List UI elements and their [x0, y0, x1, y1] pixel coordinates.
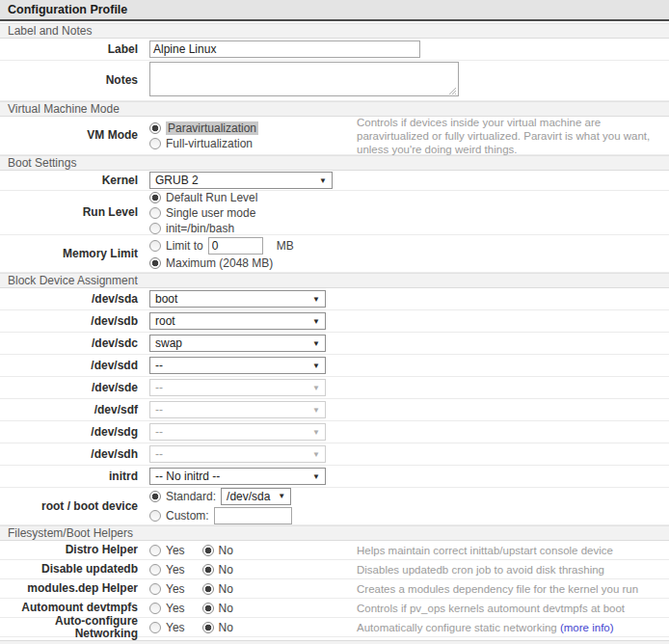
root-device-custom-label[interactable]: Custom:: [166, 509, 209, 523]
dev-sdh-select: -- ▼: [149, 445, 326, 463]
kernel-label: Kernel: [0, 174, 145, 187]
root-device-standard-radio[interactable]: [149, 491, 161, 502]
distro-helper-yes-label[interactable]: Yes: [166, 544, 185, 557]
run-level-default-label[interactable]: Default Run Level: [166, 191, 257, 204]
dev-sda-label: /dev/sda: [0, 293, 145, 306]
paravirtualization-option-label[interactable]: Paravirtualization: [166, 121, 258, 135]
dev-sda-select[interactable]: boot ▼: [149, 290, 326, 308]
chevron-down-icon: ▼: [312, 362, 320, 370]
root-boot-device-label: root / boot device: [0, 500, 145, 513]
automount-devtmpfs-yes-radio[interactable]: [149, 603, 161, 614]
auto-configure-networking-no-label[interactable]: No: [219, 621, 233, 634]
dev-sdd-label: /dev/sdd: [0, 360, 145, 372]
modules-dep-yes-radio[interactable]: [149, 583, 161, 595]
run-level-single-user-label[interactable]: Single user mode: [166, 206, 255, 220]
memory-limit-to-label[interactable]: Limit to: [166, 239, 203, 253]
auto-configure-networking-label: Auto-configure Networking: [0, 615, 145, 640]
dev-sdc-label: /dev/sdc: [0, 337, 145, 350]
distro-helper-no-radio[interactable]: [202, 545, 214, 556]
chevron-down-icon: ▼: [312, 406, 320, 415]
notes-textarea[interactable]: [149, 62, 459, 96]
dev-sdb-row: /dev/sdb root ▼: [0, 310, 669, 333]
chevron-down-icon: ▼: [312, 317, 320, 326]
dev-sdc-row: /dev/sdc swap ▼: [0, 333, 669, 355]
dev-sdg-label: /dev/sdg: [0, 426, 145, 439]
disable-updatedb-help-text: Disables updatedb cron job to avoid disk…: [357, 563, 669, 577]
chevron-down-icon: ▼: [319, 176, 327, 185]
paravirtualization-radio[interactable]: [149, 122, 161, 134]
more-info-link[interactable]: (more info): [560, 622, 614, 633]
kernel-select[interactable]: GRUB 2 ▼: [149, 172, 333, 189]
dev-sdb-label: /dev/sdb: [0, 315, 145, 328]
disable-updatedb-row: Disable updatedb Yes No Disables updated…: [0, 560, 669, 579]
automount-devtmpfs-no-radio[interactable]: [202, 603, 214, 614]
chevron-down-icon: ▼: [312, 295, 320, 304]
auto-configure-networking-no-radio[interactable]: [202, 622, 214, 633]
dev-sdd-select[interactable]: -- ▼: [149, 357, 326, 374]
memory-maximum-label[interactable]: Maximum (2048 MB): [166, 256, 273, 270]
next-section-strip: [0, 640, 669, 644]
dev-sdc-select[interactable]: swap ▼: [149, 335, 326, 352]
section-label-and-notes: Label and Notes: [0, 23, 669, 39]
root-device-standard-value: /dev/sda: [227, 490, 270, 503]
chevron-down-icon: ▼: [312, 384, 320, 392]
label-field-label: Label: [0, 43, 145, 56]
root-device-standard-select[interactable]: /dev/sda ▼: [221, 488, 291, 505]
disable-updatedb-no-label[interactable]: No: [219, 563, 233, 577]
dev-sdf-select-value: --: [155, 403, 163, 416]
run-level-default-radio[interactable]: [149, 192, 161, 203]
dev-sdh-select-value: --: [155, 447, 163, 461]
automount-devtmpfs-no-label[interactable]: No: [219, 602, 233, 615]
auto-configure-networking-yes-radio[interactable]: [149, 622, 161, 633]
run-level-init-bash-label[interactable]: init=/bin/bash: [166, 222, 234, 235]
dev-sdf-row: /dev/sdf -- ▼: [0, 399, 669, 421]
distro-helper-yes-radio[interactable]: [149, 545, 161, 556]
dev-sdb-select[interactable]: root ▼: [149, 312, 326, 330]
dev-sdd-row: /dev/sdd -- ▼: [0, 355, 669, 377]
auto-configure-networking-row: Auto-configure Networking Yes No Automat…: [0, 618, 669, 637]
root-device-custom-radio[interactable]: [149, 510, 161, 522]
page-title: Configuration Profile: [0, 0, 669, 21]
memory-maximum-radio[interactable]: [149, 257, 161, 269]
disable-updatedb-yes-label[interactable]: Yes: [166, 563, 185, 577]
chevron-down-icon: ▼: [312, 450, 320, 459]
full-virtualization-option-label[interactable]: Full-virtualization: [166, 137, 253, 150]
dev-sde-select-value: --: [155, 381, 163, 394]
run-level-label: Run Level: [0, 206, 145, 219]
section-filesystem-boot-helpers: Filesystem/Boot Helpers: [0, 525, 669, 541]
modules-dep-yes-label[interactable]: Yes: [166, 582, 185, 596]
full-virtualization-radio[interactable]: [149, 138, 161, 149]
initrd-row: initrd -- No initrd -- ▼: [0, 466, 669, 488]
section-boot-settings: Boot Settings: [0, 155, 669, 171]
initrd-select-value: -- No initrd --: [155, 470, 220, 483]
notes-row: Notes: [0, 61, 669, 101]
distro-helper-label: Distro Helper: [0, 544, 145, 556]
chevron-down-icon: ▼: [312, 472, 320, 481]
dev-sdc-select-value: swap: [155, 336, 182, 350]
disable-updatedb-no-radio[interactable]: [202, 564, 214, 576]
memory-limit-to-radio[interactable]: [149, 240, 161, 252]
modules-dep-no-label[interactable]: No: [219, 582, 233, 596]
modules-dep-no-radio[interactable]: [202, 583, 214, 595]
dev-sde-label: /dev/sde: [0, 382, 145, 394]
root-boot-device-row: root / boot device Standard: /dev/sda ▼ …: [0, 488, 669, 525]
memory-limit-input[interactable]: [208, 237, 263, 255]
root-device-custom-input[interactable]: [214, 507, 292, 524]
disable-updatedb-yes-radio[interactable]: [149, 564, 161, 576]
run-level-single-user-radio[interactable]: [149, 207, 161, 219]
modules-dep-help-text: Creates a modules dependency file for th…: [357, 582, 669, 596]
vm-mode-row: VM Mode Paravirtualization Full-virtuali…: [0, 117, 669, 155]
vm-mode-label: VM Mode: [0, 129, 145, 142]
run-level-init-bash-radio[interactable]: [149, 223, 161, 234]
dev-sde-select: -- ▼: [149, 379, 326, 396]
initrd-select[interactable]: -- No initrd -- ▼: [149, 468, 326, 485]
chevron-down-icon: ▼: [312, 428, 320, 437]
distro-helper-help-text: Helps maintain correct inittab/upstart c…: [357, 544, 669, 557]
automount-devtmpfs-yes-label[interactable]: Yes: [166, 602, 185, 615]
label-input[interactable]: [149, 40, 420, 58]
modules-dep-helper-row: modules.dep Helper Yes No Creates a modu…: [0, 579, 669, 599]
dev-sda-select-value: boot: [155, 292, 177, 306]
auto-configure-networking-yes-label[interactable]: Yes: [166, 621, 185, 634]
root-device-standard-label[interactable]: Standard:: [166, 490, 216, 503]
distro-helper-no-label[interactable]: No: [219, 544, 233, 557]
